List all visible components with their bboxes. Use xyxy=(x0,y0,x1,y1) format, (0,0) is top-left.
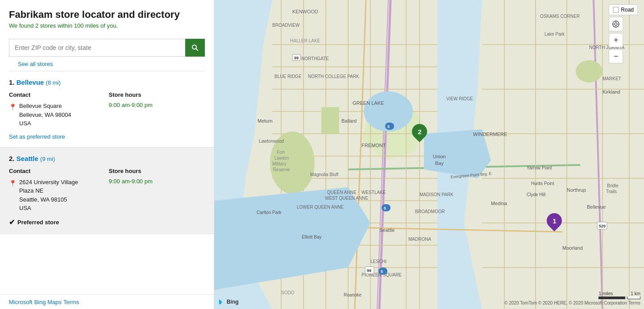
svg-text:WESTLAKE: WESTLAKE xyxy=(361,190,386,195)
map-pin-1[interactable]: 1 xyxy=(547,213,562,228)
store-2-distance: (9 mi) xyxy=(40,156,55,162)
svg-text:FREMONT: FREMONT xyxy=(361,143,386,148)
map-scale: 1 miles1 km xyxy=(598,291,640,299)
store-2-addr1: 2624 University Village xyxy=(19,178,78,187)
bing-label: Bing xyxy=(227,299,239,305)
svg-text:Moorland: Moorland xyxy=(562,245,583,251)
svg-text:Bay: Bay xyxy=(435,161,444,166)
svg-text:Roanoke: Roanoke xyxy=(344,293,361,297)
zoom-in-button[interactable]: + xyxy=(609,33,623,47)
store-1-title: 1. Bellevue (8 mi) xyxy=(9,78,205,86)
svg-text:BLUE RIDGE: BLUE RIDGE xyxy=(274,74,302,79)
footer-link-terms[interactable]: Terms xyxy=(63,299,79,305)
road-toggle-label: Road xyxy=(621,7,634,13)
store-1-hours-col: Store hours 9:00 am-9:00 pm xyxy=(109,91,205,128)
store-1-address: 📍 Bellevue Square Bellevue, WA 98004 USA xyxy=(9,102,105,128)
svg-text:Union: Union xyxy=(433,154,446,159)
search-input[interactable] xyxy=(9,39,185,57)
svg-text:520: 520 xyxy=(599,224,606,228)
search-button[interactable] xyxy=(185,39,205,57)
svg-text:QUEEN ANNE: QUEEN ANNE xyxy=(327,190,357,195)
locate-icon xyxy=(612,20,620,28)
map-copyright: © 2020 TomTom © 2020 HERE, © 2020 Micros… xyxy=(504,301,640,305)
store-1-name: Bellevue xyxy=(17,78,44,86)
svg-point-44 xyxy=(576,60,602,82)
store-2-addr4: USA xyxy=(19,204,78,213)
svg-text:MARKET: MARKET xyxy=(602,76,621,81)
road-icon xyxy=(613,7,619,13)
results-subtitle: We found 2 stores within 100 miles of yo… xyxy=(9,22,205,29)
store-2-hours-label: Store hours xyxy=(109,168,205,174)
svg-text:NORTHGATE: NORTHGATE xyxy=(301,56,329,61)
bing-icon xyxy=(218,298,225,305)
svg-text:NORTH COLLEGE PARK: NORTH COLLEGE PARK xyxy=(308,74,359,79)
svg-text:99: 99 xyxy=(294,56,299,60)
store-1-hours-label: Store hours xyxy=(109,91,205,98)
svg-text:MADRONA: MADRONA xyxy=(408,237,431,242)
zoom-in-icon: + xyxy=(614,36,619,45)
svg-text:99: 99 xyxy=(367,268,371,273)
svg-text:5: 5 xyxy=(381,269,383,274)
svg-line-1 xyxy=(196,49,198,50)
svg-point-111 xyxy=(615,23,617,25)
location-icon-1: 📍 xyxy=(9,103,17,112)
store-2-number: 2. xyxy=(9,155,17,162)
svg-rect-43 xyxy=(321,107,339,134)
store-2-address: 📍 2624 University Village Plaza NE Seatt… xyxy=(9,178,105,213)
scale-dark xyxy=(598,297,625,299)
svg-text:Yarrow Point: Yarrow Point xyxy=(527,165,552,170)
svg-text:WINDERMERE: WINDERMERE xyxy=(473,132,507,137)
store-locator-panel: Fabrikam store locator and directory We … xyxy=(0,0,214,309)
svg-text:Lake Park: Lake Park xyxy=(544,32,565,37)
search-icon xyxy=(191,44,199,51)
svg-text:Hunts Point: Hunts Point xyxy=(531,181,554,186)
map-area: KENWOOD OSKAMS CORNER Lake Park NORTH JU… xyxy=(214,0,644,309)
svg-text:Medina: Medina xyxy=(491,201,507,206)
svg-text:SODO: SODO xyxy=(281,290,295,295)
zoom-out-icon: − xyxy=(614,52,619,61)
svg-text:Metum: Metum xyxy=(258,118,273,124)
zoom-out-button[interactable]: − xyxy=(609,49,623,63)
svg-marker-116 xyxy=(219,299,223,305)
svg-text:Bridle: Bridle xyxy=(607,183,619,188)
preferred-check-icon: ✔ xyxy=(9,218,15,227)
footer-link-bing-maps[interactable]: Bing Maps xyxy=(34,299,62,305)
svg-point-110 xyxy=(613,21,619,27)
store-1-hours: 9:00 am-9:00 pm xyxy=(109,102,205,108)
store-card-1: 1. Bellevue (8 mi) Contact 📍 Bellevue Sq… xyxy=(0,71,214,148)
svg-text:Northrup: Northrup xyxy=(567,187,586,193)
footer-link-microsoft[interactable]: Microsoft xyxy=(9,299,33,305)
store-2-addr3: Seattle, WA 98105 xyxy=(19,195,78,204)
svg-text:Kirkland: Kirkland xyxy=(602,89,620,95)
store-2-contact-label: Contact xyxy=(9,168,105,174)
scale-bar xyxy=(598,297,640,299)
store-2-name: Seattle xyxy=(17,155,38,162)
store-2-hours-col: Store hours 9:00 am-9:00 pm xyxy=(109,168,205,213)
store-2-address-text: 2624 University Village Plaza NE Seattle… xyxy=(19,178,78,213)
svg-text:Bellevue: Bellevue xyxy=(587,204,606,210)
svg-text:OSKAMS CORNER: OSKAMS CORNER xyxy=(540,14,580,19)
svg-text:Fort: Fort xyxy=(277,150,285,155)
svg-text:Clyde Hill: Clyde Hill xyxy=(527,192,545,197)
svg-text:BROADMOOR: BROADMOOR xyxy=(415,209,445,214)
panel-header: Fabrikam store locator and directory We … xyxy=(0,0,214,33)
svg-text:WEST QUEEN ANNE: WEST QUEEN ANNE xyxy=(325,196,368,201)
store-card-2: 2. Seattle (9 mi) Contact 📍 2624 Univers… xyxy=(0,148,214,234)
footer: Microsoft Bing Maps Terms xyxy=(0,294,214,309)
map-pin-2[interactable]: 2 xyxy=(412,124,427,139)
svg-text:LOWER QUEEN ANNE: LOWER QUEEN ANNE xyxy=(297,205,344,210)
preferred-label: Preferred store xyxy=(17,219,59,226)
scale-light xyxy=(627,297,640,299)
locate-button[interactable] xyxy=(609,17,623,31)
store-1-addr2: Bellevue, WA 98004 xyxy=(19,111,71,119)
store-1-contact-col: Contact 📍 Bellevue Square Bellevue, WA 9… xyxy=(9,91,105,128)
set-preferred-link-1[interactable]: Set as preferred store xyxy=(9,133,65,140)
svg-text:Reserve: Reserve xyxy=(273,167,290,172)
store-1-distance: (8 mi) xyxy=(46,79,61,86)
svg-text:Ballard: Ballard xyxy=(341,118,357,124)
road-toggle-button[interactable]: Road xyxy=(609,4,638,15)
svg-text:Military: Military xyxy=(272,161,287,166)
svg-text:MADISON PARK: MADISON PARK xyxy=(420,192,453,197)
svg-text:VIEW RIDGE: VIEW RIDGE xyxy=(446,96,473,101)
svg-text:BROADVIEW: BROADVIEW xyxy=(272,23,300,28)
